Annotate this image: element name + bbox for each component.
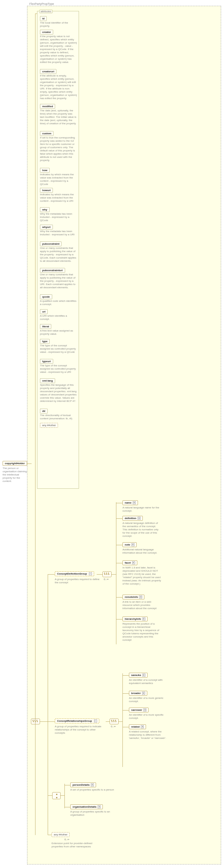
crg-related-desc: A related concept, where the relationshi… bbox=[129, 730, 167, 740]
attr-uri[interactable]: uri bbox=[40, 309, 48, 314]
expand-icon[interactable]: − bbox=[94, 719, 97, 722]
attr-any-other[interactable]: any ##other bbox=[40, 423, 58, 428]
cdg-definition-desc: A natural language definition of the sem… bbox=[122, 522, 161, 538]
group-cdg-desc: A group of properties required to define… bbox=[55, 578, 103, 584]
cdg-note[interactable]: note+ bbox=[122, 542, 137, 547]
expand-icon[interactable]: + bbox=[138, 517, 141, 520]
crg-sameas[interactable]: sameAs+ bbox=[129, 673, 148, 678]
expand-icon[interactable]: + bbox=[143, 674, 145, 677]
crg-sameas-desc: An identifier of a concept with equivale… bbox=[129, 679, 167, 685]
attr-typeuri[interactable]: typeuri bbox=[40, 359, 53, 364]
expand-icon[interactable]: + bbox=[91, 783, 94, 786]
expand-icon[interactable]: + bbox=[132, 543, 135, 546]
cdg-remoteinfo[interactable]: remoteInfo+ bbox=[122, 595, 144, 599]
attr-modified[interactable]: modified bbox=[40, 104, 55, 109]
cdg-note-desc: Additional natural language information … bbox=[122, 548, 161, 555]
root-element[interactable]: copyrightHolder bbox=[3, 461, 27, 466]
attr-type-desc: The type of the concept assigned as cont… bbox=[40, 344, 77, 354]
attr-pubconstraint[interactable]: pubconstraint bbox=[40, 242, 62, 246]
attr-literal[interactable]: literal bbox=[40, 324, 51, 329]
attr-qcode[interactable]: qcode bbox=[40, 294, 52, 299]
root-element-label: copyrightHolder bbox=[5, 462, 25, 465]
attr-pubconstraint-desc: One or many constraints that apply to pu… bbox=[40, 247, 77, 263]
crg-broader-desc: An identifier of a more generic concept. bbox=[129, 696, 167, 703]
attr-creator-desc: If the property value is not defined, sp… bbox=[40, 35, 77, 64]
attr-why[interactable]: why bbox=[40, 207, 50, 212]
attr-xmllang[interactable]: xml:lang bbox=[40, 378, 55, 383]
attr-pubconstrainturi[interactable]: pubconstrainturi bbox=[40, 268, 65, 273]
crg-broader[interactable]: broader+ bbox=[129, 691, 147, 695]
expand-icon[interactable]: + bbox=[133, 501, 136, 504]
attr-dir-desc: The directionality of textual content (e… bbox=[40, 414, 77, 420]
expand-icon[interactable]: + bbox=[142, 692, 145, 695]
attr-whyuri[interactable]: whyuri bbox=[40, 225, 53, 229]
crg-narrower-desc: An identifier of a more specific concept… bbox=[129, 713, 167, 720]
attr-custom-desc: If set to true the corresponding propert… bbox=[40, 136, 77, 162]
attr-qcode-desc: A qualified code which identifies a conc… bbox=[40, 300, 77, 306]
group-conceptrelationships[interactable]: ConceptRelationshipsGroup − bbox=[55, 718, 99, 723]
cdg-remoteinfo-desc: A link to an item or a web resource whic… bbox=[122, 600, 161, 610]
attr-howuri[interactable]: howuri bbox=[40, 188, 53, 193]
expand-icon[interactable]: + bbox=[143, 618, 145, 620]
choice-persondetails[interactable]: personDetails+ bbox=[70, 782, 96, 787]
cdg-definition[interactable]: definition+ bbox=[122, 516, 143, 521]
sequence-marker-root bbox=[31, 718, 40, 724]
attr-typeuri-desc: The type of the concept assigned as cont… bbox=[40, 364, 77, 374]
occur-any: 0..∞ bbox=[65, 838, 69, 841]
attr-dir[interactable]: dir bbox=[40, 409, 48, 413]
type-label: FlexPartyPropType bbox=[29, 2, 54, 5]
group-crg-desc: A group of properties required to indica… bbox=[55, 725, 106, 735]
cdg-facet-desc: In NAR 1.8 and later, facet is deprecate… bbox=[122, 566, 161, 586]
sequence-marker-cdg bbox=[103, 571, 112, 577]
attributes-label: attributes bbox=[39, 10, 52, 13]
attr-pubconstrainturi-desc: One or many constraints that apply to pu… bbox=[40, 273, 77, 289]
attr-why-desc: Why the metadata has been included - exp… bbox=[40, 212, 77, 222]
attr-creatoruri[interactable]: creatoruri bbox=[40, 69, 57, 74]
cdg-hierarchyinfo[interactable]: hierarchyInfo+ bbox=[122, 617, 148, 621]
expand-icon[interactable]: + bbox=[139, 595, 142, 598]
attr-howuri-desc: Indicates by which means the value was e… bbox=[40, 193, 77, 203]
expand-icon[interactable]: + bbox=[98, 805, 101, 808]
any-other-desc: Extension point for provider-defined pro… bbox=[51, 842, 97, 848]
cdg-name-desc: A natural language name for the concept. bbox=[122, 506, 161, 513]
group-conceptdefinition[interactable]: ConceptDefinitionGroup − bbox=[55, 571, 94, 576]
attr-literal-desc: A free-text value assigned as property v… bbox=[40, 329, 77, 336]
attr-creatoruri-desc: If the attribute is empty, specifies whi… bbox=[40, 74, 77, 100]
choice-organisationdetails[interactable]: organisationDetails+ bbox=[70, 804, 103, 809]
attr-how-desc: Indicates by which means the value was e… bbox=[40, 173, 77, 186]
expand-icon[interactable]: + bbox=[132, 561, 135, 564]
attr-uri-desc: A URI which identifies a concept. bbox=[40, 314, 77, 321]
attr-type[interactable]: type bbox=[40, 339, 50, 344]
any-other-bottom[interactable]: any ##other bbox=[51, 832, 70, 837]
choice-persondetails-desc: A set of properties specific to a person bbox=[70, 788, 115, 792]
crg-narrower[interactable]: narrower+ bbox=[129, 708, 149, 712]
attr-whyuri-desc: Why the metadata has been included - exp… bbox=[40, 230, 77, 236]
attr-modified-desc: The date (and, optionally, the time) whe… bbox=[40, 109, 77, 125]
attr-xmllang-desc: Specifies the language of this property … bbox=[40, 383, 77, 403]
attr-custom[interactable]: custom bbox=[40, 131, 53, 136]
crg-related[interactable]: related+ bbox=[129, 724, 146, 729]
attr-creator[interactable]: creator bbox=[40, 30, 53, 35]
root-desc: The person or organisation claiming the … bbox=[3, 467, 28, 483]
expand-icon[interactable]: + bbox=[143, 709, 146, 711]
sequence-marker-crg bbox=[110, 718, 119, 724]
cdg-hierarchyinfo-desc: Represents the position of a concept in … bbox=[122, 622, 161, 642]
expand-icon[interactable]: − bbox=[89, 572, 92, 575]
attr-id-desc: The local identifier of the property. bbox=[40, 21, 79, 28]
attr-how[interactable]: how bbox=[40, 168, 50, 173]
expand-icon[interactable]: + bbox=[141, 725, 144, 728]
occur-cdg: 0..∞ bbox=[104, 578, 109, 581]
cdg-facet[interactable]: facet+ bbox=[122, 560, 137, 565]
attr-id[interactable]: id bbox=[40, 16, 47, 21]
occur-crg: 0..∞ bbox=[111, 725, 116, 728]
choice-organisationdetails-desc: A group of properties specific to an org… bbox=[70, 810, 115, 817]
choice-marker bbox=[52, 792, 61, 799]
cdg-name[interactable]: name+ bbox=[122, 500, 138, 505]
